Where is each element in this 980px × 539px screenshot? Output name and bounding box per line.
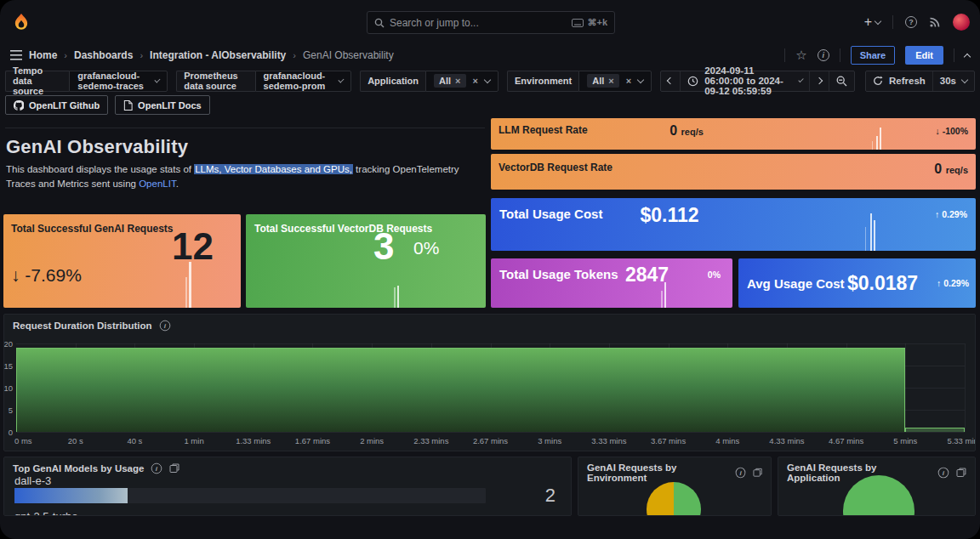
chevron-down-icon bbox=[637, 76, 644, 82]
sparkline-mark bbox=[185, 277, 187, 308]
panel-vectordb-request-rate[interactable]: VectorDB Request Rate 0 req/s bbox=[491, 154, 976, 190]
zoom-out-time-button[interactable] bbox=[829, 71, 854, 91]
breadcrumb-dashboards[interactable]: Dashboards bbox=[74, 49, 133, 61]
sparkline-mark bbox=[870, 213, 872, 251]
x-axis-tick: 3 mins bbox=[538, 436, 561, 445]
global-search[interactable]: Search or jump to... ⌘+k bbox=[367, 11, 615, 34]
grafana-app: Search or jump to... ⌘+k + ? Home › Dash… bbox=[0, 0, 980, 539]
time-range-picker: 2024-09-11 06:00:00 to 2024-09-12 05:59:… bbox=[660, 71, 855, 92]
panel-genai-requests-by-environment[interactable]: GenAI Requests by Environment i bbox=[578, 457, 772, 516]
time-shift-forward-button[interactable] bbox=[810, 71, 829, 91]
dashboard-description: This dashboard displays the usage stats … bbox=[6, 162, 484, 190]
refresh-button[interactable]: Refresh bbox=[866, 71, 933, 91]
panel-genai-requests-by-application[interactable]: GenAI Requests by Application i bbox=[778, 457, 976, 516]
y-axis-tick: 10 bbox=[3, 383, 13, 393]
panel-total-successful-genai-requests[interactable]: Total Successful GenAI Requests 12 ↓ -7.… bbox=[3, 214, 241, 308]
application-filter-label: Application bbox=[360, 71, 425, 92]
x-axis-tick: 2 mins bbox=[360, 436, 384, 445]
search-placeholder: Search or jump to... bbox=[390, 17, 567, 29]
panel-request-duration-distribution[interactable]: Request Duration Distribution i 20151050… bbox=[3, 314, 976, 451]
tempo-datasource-label: Tempo data source bbox=[5, 71, 69, 92]
x-axis-tick: 4 mins bbox=[715, 436, 739, 445]
gauge-label-dall-e-3: dall-e-3 bbox=[14, 474, 51, 487]
histogram-bar[interactable] bbox=[905, 428, 965, 432]
chevron-down-icon bbox=[155, 77, 161, 82]
panel-total-usage-tokens[interactable]: Total Usage Tokens 2847 0% bbox=[491, 258, 732, 308]
panel-total-successful-vectordb-requests[interactable]: Total Successful VectorDB Requests 3 0% bbox=[246, 214, 486, 308]
x-axis-tick: 2.67 mins bbox=[473, 436, 508, 445]
openlit-docs-button[interactable]: OpenLIT Docs bbox=[115, 95, 210, 115]
refresh-icon bbox=[873, 76, 883, 86]
sparkline-mark bbox=[397, 286, 399, 308]
refresh-interval-dropdown[interactable]: 30s bbox=[933, 71, 974, 91]
clear-filter-icon[interactable]: × bbox=[626, 76, 631, 86]
panel-info-icon[interactable]: i bbox=[151, 463, 162, 474]
stat-delta: ↓ -7.69% bbox=[11, 265, 82, 286]
stat-title: Total Successful GenAI Requests bbox=[11, 223, 174, 235]
remove-chip-icon[interactable]: × bbox=[608, 76, 613, 86]
panel-links-icon[interactable] bbox=[956, 468, 966, 478]
star-favorite-icon[interactable]: ☆ bbox=[795, 48, 806, 63]
application-filter-chip[interactable]: All× bbox=[434, 74, 466, 88]
panel-info-icon[interactable]: i bbox=[735, 468, 745, 479]
histogram-bar[interactable] bbox=[16, 348, 905, 432]
stat-value: $0.0187 bbox=[847, 272, 918, 295]
divider bbox=[892, 15, 893, 29]
time-shift-back-button[interactable] bbox=[661, 71, 681, 91]
time-range-button[interactable]: 2024-09-11 06:00:00 to 2024-09-12 05:59:… bbox=[681, 71, 810, 91]
document-icon bbox=[123, 100, 133, 111]
sparkline-mark bbox=[661, 291, 663, 308]
panel-links-icon[interactable] bbox=[169, 463, 179, 474]
breadcrumb-separator: › bbox=[293, 50, 296, 60]
clock-icon bbox=[687, 76, 698, 87]
nav-right-actions: + ? bbox=[864, 0, 970, 44]
sparkline-mark bbox=[394, 287, 396, 308]
stat-value: 3 bbox=[373, 228, 394, 265]
tempo-datasource-picker[interactable]: Tempo data source grafanacloud-sedemo-tr… bbox=[5, 71, 168, 92]
panel-top-genai-models[interactable]: Top GenAI Models by Usage i dall-e-3 2 g… bbox=[3, 457, 572, 516]
zoom-out-icon bbox=[836, 76, 847, 87]
divider bbox=[840, 48, 840, 62]
environment-pie-chart[interactable] bbox=[647, 482, 701, 516]
page-title: GenAI Observability bbox=[6, 136, 188, 158]
openlit-link[interactable]: OpenLIT bbox=[139, 179, 175, 189]
environment-filter-chip[interactable]: All× bbox=[587, 74, 619, 88]
collapse-topbar-icon[interactable] bbox=[964, 53, 971, 60]
breadcrumb-integration[interactable]: Integration - AIObservability bbox=[150, 49, 286, 61]
highlighted-text: LLMs, Vector Databases and GPUs, bbox=[194, 164, 353, 174]
refresh-picker: Refresh 30s bbox=[865, 71, 975, 92]
x-axis-tick: 4.33 mins bbox=[769, 436, 804, 445]
prometheus-datasource-picker[interactable]: Prometheus data source grafanacloud-sede… bbox=[176, 71, 351, 92]
menu-hamburger-icon[interactable] bbox=[10, 50, 22, 60]
add-new-button[interactable]: + bbox=[864, 14, 880, 30]
panel-info-icon[interactable]: i bbox=[159, 321, 170, 332]
panel-total-usage-cost[interactable]: Total Usage Cost $0.112 ↑ 0.29% bbox=[491, 198, 976, 251]
help-icon[interactable]: ? bbox=[905, 16, 917, 28]
panel-info-icon[interactable]: i bbox=[938, 468, 949, 479]
user-avatar[interactable] bbox=[953, 14, 970, 31]
panel-avg-usage-cost[interactable]: Avg Usage Cost $0.0187 ↑ 0.29% bbox=[738, 258, 976, 308]
dashboard-info-icon[interactable]: i bbox=[818, 49, 829, 61]
remove-chip-icon[interactable]: × bbox=[455, 76, 460, 86]
clear-filter-icon[interactable]: × bbox=[473, 76, 478, 86]
top-nav: Search or jump to... ⌘+k + ? bbox=[0, 0, 980, 44]
share-button[interactable]: Share bbox=[851, 46, 896, 65]
environment-filter[interactable]: Environment All× × bbox=[507, 71, 652, 92]
stat-title: Total Usage Tokens bbox=[499, 267, 618, 281]
breadcrumb-home[interactable]: Home bbox=[29, 49, 57, 61]
grafana-logo-icon[interactable] bbox=[12, 13, 31, 31]
panel-links-icon[interactable] bbox=[753, 468, 762, 478]
gridline bbox=[965, 343, 966, 432]
edit-button[interactable]: Edit bbox=[905, 46, 943, 65]
keyboard-icon bbox=[572, 19, 584, 27]
duration-histogram-plot[interactable]: 201510500 ms20 s40 s1 min1.33 mins1.67 m… bbox=[16, 343, 965, 432]
application-filter[interactable]: Application All× × bbox=[360, 71, 499, 92]
stat-title: VectorDB Request Rate bbox=[499, 162, 612, 173]
sparkline-mark bbox=[880, 128, 881, 150]
y-axis-tick: 0 bbox=[9, 428, 13, 437]
openlit-github-button[interactable]: OpenLIT Github bbox=[5, 95, 108, 115]
panel-llm-request-rate[interactable]: LLM Request Rate 0 req/s ↓ -100% bbox=[491, 118, 976, 150]
news-rss-icon[interactable] bbox=[929, 16, 941, 28]
x-axis-tick: 1.33 mins bbox=[236, 436, 271, 445]
x-axis-tick: 1.67 mins bbox=[295, 436, 330, 445]
